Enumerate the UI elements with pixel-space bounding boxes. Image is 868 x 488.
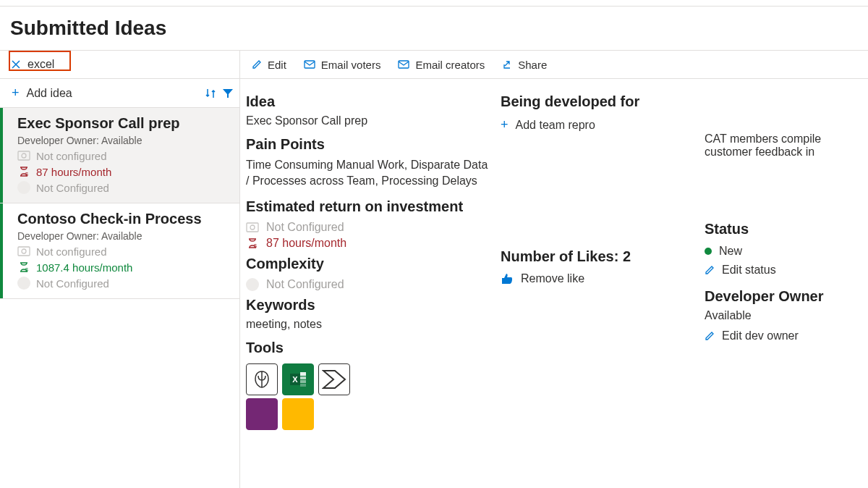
mail-icon: [398, 60, 409, 69]
edit-status-button[interactable]: Edit status: [705, 264, 842, 277]
card-roi-time: 1087.4 hours/month: [36, 261, 132, 274]
mail-icon: [304, 60, 315, 69]
developed-for-heading: Being developed for: [501, 93, 696, 110]
tool-powerbi-icon[interactable]: [282, 398, 314, 430]
feedback-note: CAT members compile customer feedback in: [705, 132, 842, 159]
svg-rect-0: [18, 151, 30, 160]
edit-button[interactable]: Edit: [252, 59, 286, 71]
hourglass-icon: $: [17, 165, 30, 178]
idea-card[interactable]: Contoso Check-in Process Developer Owner…: [0, 203, 239, 299]
svg-rect-16: [300, 384, 306, 387]
card-stripe: [0, 203, 3, 298]
pen-icon: [705, 331, 715, 341]
card-owner: Developer Owner: Available: [17, 135, 228, 146]
svg-rect-14: [300, 376, 306, 379]
clear-search-icon[interactable]: [12, 60, 20, 69]
status-dot-icon: [705, 248, 712, 255]
status-heading: Status: [705, 221, 842, 237]
card-complexity: Not Configured: [36, 182, 109, 194]
svg-text:$: $: [25, 267, 28, 272]
thumb-up-icon: [501, 272, 514, 285]
svg-text:$: $: [254, 243, 257, 248]
money-icon: [17, 149, 30, 162]
tool-onenote-icon[interactable]: [246, 398, 278, 430]
roi-money-value: Not Configured: [266, 221, 344, 234]
complexity-icon: [17, 181, 30, 194]
pain-value: Time Consuming Manual Work, Disparate Da…: [246, 157, 492, 190]
hourglass-icon: $: [246, 237, 259, 250]
svg-point-1: [22, 153, 26, 158]
svg-rect-13: [300, 372, 306, 376]
search-input[interactable]: [27, 58, 234, 71]
plus-icon: +: [501, 117, 509, 132]
pen-icon: [252, 59, 262, 70]
status-value-row: New: [705, 245, 842, 258]
roi-time-value: 87 hours/month: [266, 237, 346, 250]
filter-icon[interactable]: [222, 88, 234, 99]
idea-heading: Idea: [246, 93, 492, 110]
card-title: Exec Sponsor Call prep: [17, 115, 228, 132]
likes-heading: Number of Likes: 2: [501, 248, 696, 265]
money-icon: [17, 245, 30, 258]
card-roi-money: Not configured: [36, 245, 107, 258]
tool-ai-builder-icon[interactable]: [246, 363, 278, 395]
add-idea-icon[interactable]: +: [12, 85, 20, 101]
pain-heading: Pain Points: [246, 136, 492, 153]
complexity-heading: Complexity: [246, 256, 492, 272]
tools-heading: Tools: [246, 340, 492, 356]
email-creators-button[interactable]: Email creators: [398, 59, 485, 71]
remove-like-button[interactable]: Remove like: [501, 272, 696, 285]
page-title: Submitted Ideas: [0, 7, 868, 50]
sort-icon[interactable]: [205, 88, 216, 99]
idea-value: Exec Sponsor Call prep: [246, 114, 492, 127]
svg-point-4: [22, 249, 26, 253]
svg-rect-3: [18, 247, 30, 256]
add-idea-button[interactable]: Add idea: [27, 87, 199, 100]
roi-heading: Estimated return on investment: [246, 198, 492, 215]
card-roi-time: 87 hours/month: [36, 166, 111, 178]
idea-card[interactable]: Exec Sponsor Call prep Developer Owner: …: [0, 108, 239, 203]
devowner-value: Available: [705, 309, 842, 322]
share-icon: [502, 59, 512, 70]
svg-point-9: [250, 225, 255, 230]
money-icon: [246, 221, 259, 234]
svg-text:X: X: [292, 375, 298, 384]
pen-icon: [705, 265, 715, 275]
complexity-value: Not Configured: [266, 278, 344, 291]
hourglass-icon: $: [17, 261, 30, 274]
tool-power-automate-icon[interactable]: [318, 363, 350, 395]
search-row: [0, 50, 239, 79]
complexity-icon: [246, 278, 259, 291]
keywords-heading: Keywords: [246, 297, 492, 314]
svg-rect-8: [247, 223, 258, 232]
card-complexity: Not Configured: [36, 277, 109, 290]
card-stripe: [0, 108, 3, 203]
complexity-icon: [17, 277, 30, 290]
tool-excel-icon[interactable]: X: [282, 363, 314, 395]
email-voters-button[interactable]: Email voters: [304, 59, 381, 71]
status-value: New: [719, 245, 742, 258]
svg-rect-15: [300, 380, 306, 383]
svg-rect-7: [399, 61, 409, 68]
card-roi-money: Not configured: [36, 150, 107, 162]
share-button[interactable]: Share: [502, 59, 547, 71]
svg-rect-6: [305, 61, 315, 68]
card-owner: Developer Owner: Available: [17, 230, 228, 242]
card-title: Contoso Check-in Process: [17, 211, 228, 227]
edit-devowner-button[interactable]: Edit dev owner: [705, 329, 842, 342]
devowner-heading: Developer Owner: [705, 288, 842, 305]
keywords-value: meeting, notes: [246, 318, 492, 331]
svg-text:$: $: [25, 172, 28, 177]
add-team-repro-button[interactable]: + Add team repro: [501, 117, 696, 132]
